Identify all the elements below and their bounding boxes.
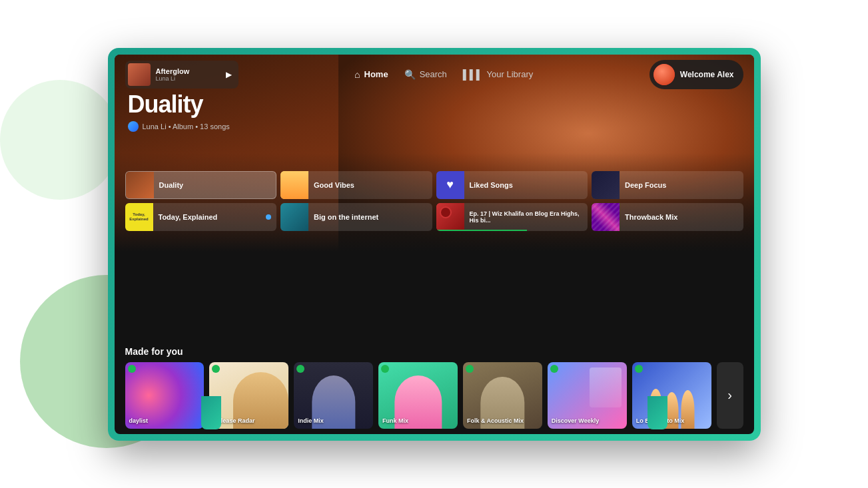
- quick-thumb-liked: ♥: [436, 171, 464, 199]
- quick-label-deepfocus: Deep Focus: [625, 181, 743, 189]
- spotify-badge-release: [212, 365, 220, 373]
- quick-label-wiz: Ep. 17 | Wiz Khalifa on Blog Era Highs, …: [470, 210, 588, 224]
- quick-thumb-today: Today, Explained: [125, 203, 153, 231]
- now-playing-bar[interactable]: Afterglow Luna Li ▶: [125, 61, 238, 89]
- quick-label-today: Today, Explained: [159, 213, 261, 221]
- np-play-button[interactable]: ▶: [226, 70, 232, 79]
- section-title: Made for you: [125, 346, 743, 357]
- quick-label-duality: Duality: [159, 181, 276, 189]
- page-wrapper: Afterglow Luna Li ▶ ⌂ Home 🔍 Search: [0, 0, 868, 488]
- tv-leg-left: [201, 396, 221, 429]
- quick-item-throwback[interactable]: Throwback Mix: [592, 203, 743, 231]
- quick-label-biginternet: Big on the internet: [314, 213, 432, 221]
- spotify-badge-loblanquito: [635, 365, 643, 373]
- heart-icon: ♥: [446, 178, 454, 192]
- quick-thumb-duality: [126, 171, 154, 199]
- spotify-badge-daylist: [128, 365, 136, 373]
- quick-item-today-explained[interactable]: Today, Explained Today, Explained: [125, 203, 277, 231]
- quick-thumb-throwback: [592, 203, 620, 231]
- quick-label-goodvibes: Good Vibes: [314, 181, 432, 189]
- spotify-badge-funk: [381, 365, 389, 373]
- quick-item-wiz[interactable]: Ep. 17 | Wiz Khalifa on Blog Era Highs, …: [436, 203, 588, 231]
- home-icon: ⌂: [354, 69, 360, 80]
- album-type: Album: [173, 122, 193, 130]
- np-text-block: Afterglow Luna Li: [156, 67, 220, 82]
- quick-item-deep-focus[interactable]: Deep Focus: [592, 171, 743, 199]
- welcome-badge[interactable]: Welcome Alex: [650, 60, 743, 89]
- welcome-text: Welcome Alex: [680, 70, 734, 79]
- quick-thumb-biginternet: [280, 203, 308, 231]
- tv-legs: [108, 396, 761, 429]
- artist-name: Luna Li: [143, 122, 167, 130]
- header: Afterglow Luna Li ▶ ⌂ Home 🔍 Search: [115, 55, 754, 95]
- spotify-badge-discover: [550, 365, 558, 373]
- tv-leg-right: [648, 396, 667, 429]
- quick-item-big-internet[interactable]: Big on the internet: [280, 203, 432, 231]
- nav-home-label: Home: [364, 69, 388, 79]
- album-meta: Luna Li • Album • 13 songs: [128, 121, 230, 132]
- quick-item-liked-songs[interactable]: ♥ Liked Songs: [436, 171, 588, 199]
- nav-items: ⌂ Home 🔍 Search ▌▌▌ Your Library: [246, 69, 642, 80]
- artist-icon: [128, 121, 139, 132]
- library-icon: ▌▌▌: [463, 69, 483, 80]
- quick-thumb-deepfocus: [592, 171, 620, 199]
- quick-thumb-wiz: [436, 203, 464, 231]
- album-title: Duality: [128, 91, 230, 118]
- np-album-art: [128, 63, 151, 86]
- song-count: 13 songs: [200, 122, 230, 130]
- bg-decoration-circle-small: [0, 80, 120, 200]
- nav-library-label: Your Library: [487, 69, 534, 79]
- nav-library[interactable]: ▌▌▌ Your Library: [463, 69, 533, 80]
- quick-thumb-goodvibes: [280, 171, 308, 199]
- quick-item-good-vibes[interactable]: Good Vibes: [280, 171, 432, 199]
- np-artist-name: Luna Li: [156, 75, 220, 82]
- spotify-badge-folk: [466, 365, 474, 373]
- quick-item-duality[interactable]: Duality: [125, 171, 277, 199]
- nav-search[interactable]: 🔍 Search: [404, 69, 447, 80]
- nav-search-label: Search: [420, 69, 447, 79]
- search-icon: 🔍: [404, 69, 416, 80]
- spotify-badge-indie: [296, 365, 304, 373]
- episode-progress: [436, 230, 528, 231]
- tv-frame: Afterglow Luna Li ▶ ⌂ Home 🔍 Search: [108, 48, 761, 441]
- avatar: [653, 64, 675, 85]
- quick-label-throwback: Throwback Mix: [625, 213, 743, 221]
- np-song-title: Afterglow: [156, 67, 220, 75]
- quick-grid: Duality Good Vibes ♥ Liked Songs: [125, 171, 743, 231]
- nav-home[interactable]: ⌂ Home: [354, 69, 388, 80]
- tv-screen: Afterglow Luna Li ▶ ⌂ Home 🔍 Search: [115, 55, 754, 434]
- quick-label-liked: Liked Songs: [470, 181, 588, 189]
- album-meta-text: Luna Li • Album • 13 songs: [143, 122, 230, 130]
- hero-content: Duality Luna Li • Album • 13 songs: [128, 91, 230, 132]
- new-episode-dot: [266, 214, 271, 220]
